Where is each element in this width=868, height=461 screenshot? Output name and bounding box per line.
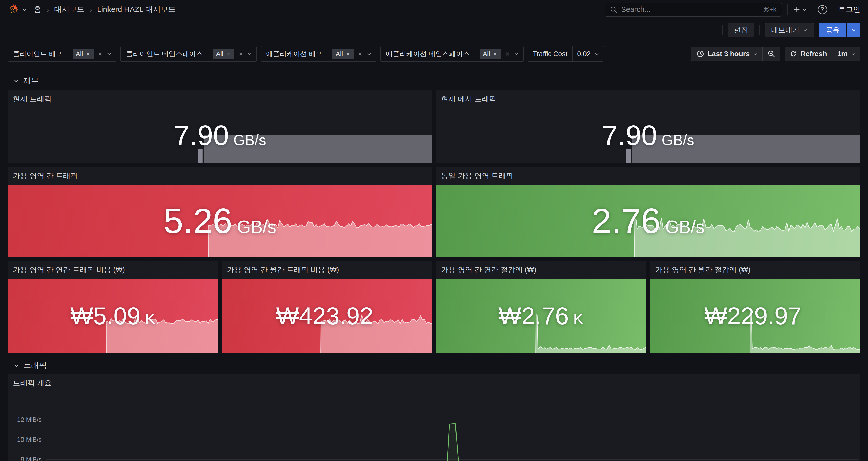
panel-current-mesh-traffic: 현재 메시 트래픽 7.90 GB/s [436,90,860,163]
filter-value-area[interactable]: All [328,46,376,61]
panel-title[interactable]: 동일 가용 영역 트래픽 [436,167,860,185]
stat-value: 5.26 [163,203,232,239]
filter-application-namespace: 애플리케이션 네임스페이스 All [380,46,523,62]
panel-traffic-overview: 트래픽 개요 12 MiB/s10 MiB/s8 MiB/s [8,374,860,461]
chevron-down-icon [802,7,807,12]
zoom-out-time-button[interactable] [762,47,780,61]
add-new-button[interactable] [793,6,807,13]
close-icon[interactable] [86,52,90,56]
traffic-cost-label: Traffic Cost [528,46,572,61]
stat-value: ₩2.76 [498,304,568,328]
filter-label: 클라이언트 네임스페이스 [121,46,208,61]
close-icon[interactable] [226,52,231,56]
share-button[interactable]: 공유 [819,23,846,37]
clock-icon [696,50,704,58]
plus-icon [793,6,801,13]
panel-title[interactable]: 가용 영역 간 연간 트래픽 비용 (₩) [8,261,218,279]
panel-monthly-savings: 가용 영역 간 월간 절감액 (₩) ₩229.97 [650,261,861,353]
nav-divider [833,4,833,15]
chevron-down-icon [14,363,19,368]
search-icon [610,6,617,13]
refresh-icon [790,50,797,57]
help-button[interactable]: ? [818,5,827,14]
filter-application-deployment: 애플리케이션 배포 All [261,46,376,62]
stat-panel-body: 7.90 GB/s [8,108,432,163]
section-title: 재무 [23,75,39,86]
chevron-down-icon [595,52,599,56]
filter-value-area[interactable]: All [208,46,256,61]
stat-panel-body: ₩5.09 K [8,279,218,353]
panel-monthly-cross-az-cost: 가용 영역 간 월간 트래픽 비용 (₩) ₩423.92 [222,261,432,353]
chevron-down-icon [851,52,855,56]
login-link[interactable]: 로그인 [838,5,860,15]
panel-title[interactable]: 가용 영역 간 연간 절감액 (₩) [436,261,646,279]
stat-value: ₩423.92 [276,304,373,328]
clear-selection-icon[interactable] [98,51,103,57]
chevron-down-icon[interactable] [247,52,252,56]
panel-title[interactable]: 가용 영역 간 월간 절감액 (₩) [650,261,860,279]
time-range-picker[interactable]: Last 3 hours [691,47,762,61]
export-button[interactable]: 내보내기 [765,23,814,37]
stat-suffix: K [573,311,584,327]
grafana-logo-menu[interactable] [8,4,27,15]
chevron-down-icon[interactable] [514,52,519,56]
filter-label: 애플리케이션 네임스페이스 [381,46,475,61]
time-series-chart[interactable]: 12 MiB/s10 MiB/s8 MiB/s [8,392,860,461]
filter-client-deployment: 클라이언트 배포 All [8,46,116,62]
share-dropdown-button[interactable] [847,23,860,37]
edit-button[interactable]: 편집 [727,23,754,37]
top-nav-bar: 홈 › 대시보드 › Linkerd HAZL 대시보드 Search... ⌘… [0,0,868,19]
traffic-series-line [46,401,858,461]
chevron-down-icon [753,52,757,56]
time-range-group: Last 3 hours [691,46,780,61]
variables-row: 클라이언트 배포 All 클라이언트 네임스페이스 All [8,46,860,62]
stat-unit: GB/s [665,218,705,236]
panel-title[interactable]: 현재 메시 트래픽 [436,90,860,108]
stat-panel-body: ₩2.76 K [436,279,646,353]
section-row-traffic[interactable]: 트래픽 [8,360,860,370]
panel-annual-savings: 가용 영역 간 연간 절감액 (₩) ₩2.76 K [436,261,646,353]
panel-same-az-traffic: 동일 가용 영역 트래픽 2.76 GB/s [436,167,860,257]
nav-divider [812,4,812,15]
close-icon[interactable] [346,52,350,56]
share-split-button: 공유 [819,23,860,37]
panel-title[interactable]: 가용 영역 간 트래픽 [8,167,432,185]
zoom-out-icon [768,50,775,58]
search-placeholder: Search... [621,5,650,14]
refresh-button[interactable]: Refresh [785,47,832,61]
y-axis-tick-label: 12 MiB/s [17,416,42,423]
filter-chip-all[interactable]: All [479,49,501,59]
clear-selection-icon[interactable] [238,51,243,57]
breadcrumb-dashboards[interactable]: 대시보드 [54,4,85,15]
search-input[interactable]: Search... ⌘+k [605,3,782,17]
refresh-interval-picker[interactable]: 1m [832,47,860,61]
filter-chip-all[interactable]: All [72,49,94,59]
stat-panel-body: 7.90 GB/s [436,108,860,163]
filter-value-area[interactable]: All [475,46,523,61]
panel-current-traffic: 현재 트래픽 7.90 GB/s [8,90,432,163]
clear-selection-icon[interactable] [505,51,510,57]
traffic-cost-value[interactable]: 0.02 [572,46,604,61]
panel-title[interactable]: 가용 영역 간 월간 트래픽 비용 (₩) [222,261,432,279]
close-icon[interactable] [493,52,497,56]
chevron-down-icon [851,28,856,32]
stat-panel-body: 2.76 GB/s [436,185,860,257]
chevron-down-icon[interactable] [107,52,112,56]
filter-chip-all[interactable]: All [213,49,234,59]
breadcrumb-current-dashboard: Linkerd HAZL 대시보드 [97,4,176,15]
chevron-down-icon[interactable] [367,52,372,56]
finance-row-2: 가용 영역 간 트래픽 5.26 GB/s 동일 가용 영역 트래픽 2.76 … [8,167,860,257]
search-shortcut-hint: ⌘+k [763,6,776,13]
filter-value-area[interactable]: All [68,46,116,61]
chart-plot-area[interactable]: 12 MiB/s10 MiB/s8 MiB/s [46,401,858,461]
section-title: 트래픽 [23,360,47,371]
filter-chip-all[interactable]: All [332,49,353,59]
panel-title[interactable]: 트래픽 개요 [8,374,860,392]
stat-panel-body: ₩423.92 [222,279,432,353]
panel-title[interactable]: 현재 트래픽 [8,90,432,108]
filter-label: 애플리케이션 배포 [261,46,328,61]
stat-value: 7.90 [602,121,657,150]
section-row-finance[interactable]: 재무 [8,76,860,86]
breadcrumb-home[interactable]: 홈 [34,4,41,15]
clear-selection-icon[interactable] [358,51,363,57]
